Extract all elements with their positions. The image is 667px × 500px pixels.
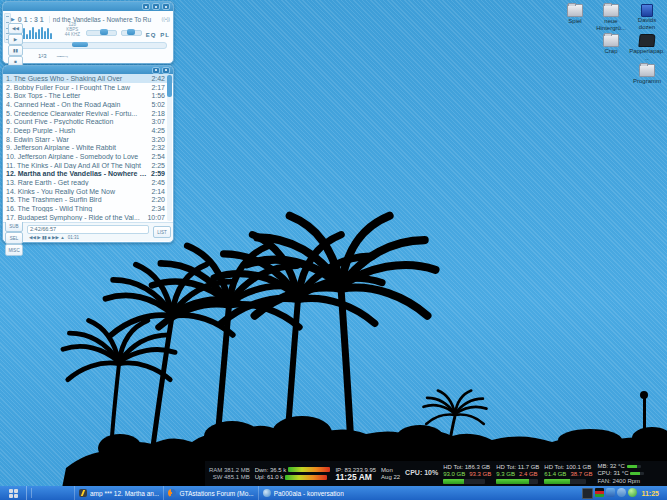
track-duration: 2:17 bbox=[151, 84, 165, 91]
playlist-track-row[interactable]: 1. The Guess Who - Shaking All Over 2:42 bbox=[3, 74, 173, 83]
track-title: 10. Jefferson Airplane - Somebody to Lov… bbox=[6, 153, 147, 160]
ram-usage: RAM 381.2 MB bbox=[209, 467, 250, 474]
playlist-menu-button[interactable]: SEL bbox=[5, 232, 23, 244]
playlist-track-row[interactable]: 11. The Kinks - All Day And All Of The N… bbox=[3, 161, 173, 170]
playlist-track-row[interactable]: 5. Creedence Clearwater Revival - Fortu.… bbox=[3, 109, 173, 118]
desktop-icon-glyph bbox=[603, 4, 619, 17]
start-menu-icon bbox=[9, 489, 18, 498]
playlist-track-row[interactable]: 8. Edwin Starr - War 3:20 bbox=[3, 135, 173, 144]
playlist-scrollbar[interactable] bbox=[167, 75, 172, 221]
cpu-temp-meter bbox=[630, 472, 644, 475]
desktop-icon[interactable]: Spiel bbox=[558, 4, 592, 33]
globe-icon[interactable] bbox=[628, 488, 637, 497]
playlist-time-display: 2:42/66:57 bbox=[27, 225, 149, 234]
spectrum-bar bbox=[32, 27, 34, 39]
start-button[interactable] bbox=[0, 486, 27, 500]
seek-bar[interactable] bbox=[9, 42, 167, 49]
playlist-menu-button[interactable]: MISC bbox=[5, 244, 23, 256]
swap-usage: SW 485.1 MB bbox=[209, 474, 250, 481]
disk-total: HD Tot: 100.1 GB bbox=[544, 464, 592, 471]
spectrum-bar bbox=[44, 31, 46, 39]
previous-button[interactable]: ◀◀ bbox=[8, 23, 23, 34]
playlist-track-row[interactable]: 14. Kinks - You Really Got Me Now 2:14 bbox=[3, 187, 173, 196]
desktop-icons: Spiel neue Hintergrü... Davids dozen Cra… bbox=[558, 4, 664, 93]
track-duration: 5:02 bbox=[151, 101, 165, 108]
flag-icon[interactable] bbox=[595, 488, 604, 497]
desktop-icon-glyph bbox=[603, 34, 619, 47]
pause-button[interactable]: ▮▮ bbox=[8, 45, 23, 56]
shade-button[interactable] bbox=[152, 67, 160, 74]
kmix-icon[interactable] bbox=[617, 488, 626, 497]
playlist-track-row[interactable]: 13. Rare Earth - Get ready 2:45 bbox=[3, 178, 173, 187]
task-title: GTAstations Forum (Mo... bbox=[179, 490, 253, 497]
firefox-icon bbox=[168, 489, 176, 497]
tray-clock[interactable]: 11:25 bbox=[639, 490, 663, 497]
playlist-track-row[interactable]: 12. Martha and the Vandellas - Nowhere T… bbox=[3, 170, 173, 179]
list-button[interactable]: LIST bbox=[153, 226, 171, 238]
playlist-track-row[interactable]: 6. Count Five - Psychotic Reaction 3:07 bbox=[3, 117, 173, 126]
desktop-icon[interactable]: Programm bbox=[630, 64, 664, 93]
track-duration: 2:20 bbox=[151, 196, 165, 203]
cpu-temp: CPU: 31 °C bbox=[597, 470, 628, 476]
repeat-toggle[interactable]: ──→ bbox=[57, 53, 69, 59]
taskbar-task[interactable]: GTAstations Forum (Mo... bbox=[163, 486, 257, 500]
desktop-icon-label: neue Hintergrü... bbox=[594, 18, 628, 31]
playlist-track-row[interactable]: 7. Deep Purple - Hush 4:25 bbox=[3, 126, 173, 135]
balance-slider[interactable] bbox=[121, 30, 142, 36]
disk-meter bbox=[544, 479, 586, 484]
desktop-icon[interactable]: Papperlapap... bbox=[630, 34, 664, 63]
disk-free: 2.4 GB bbox=[519, 471, 538, 478]
winamp-icon bbox=[79, 489, 87, 497]
playlist-footer: FILESUBSELMISC 2:42/66:57 ◀◀ ▶ ▮▮ ■ ▶▶ ▲… bbox=[3, 222, 173, 241]
taskbar-task[interactable]: Pa000ala - konversation bbox=[258, 486, 348, 500]
disk-usage-panel: HD Tot: 100.1 GB 61.4 GB 38.7 GB bbox=[544, 464, 592, 484]
minimize-button[interactable] bbox=[142, 3, 150, 10]
taskbar-divider bbox=[31, 488, 32, 498]
desktop-icon[interactable]: Davids dozen bbox=[630, 4, 664, 33]
playlist-track-row[interactable]: 9. Jefferson Airplane - White Rabbit 2:3… bbox=[3, 144, 173, 153]
playlist-titlebar[interactable] bbox=[3, 66, 173, 74]
desktop-icon-label: Papperlapap... bbox=[629, 48, 665, 61]
pl-button[interactable]: PL bbox=[160, 32, 170, 39]
disk-used: 61.4 GB bbox=[544, 471, 566, 478]
desktop-icon-glyph bbox=[638, 34, 655, 47]
bitrate-label: 128 KBPS 44 KHZ bbox=[62, 22, 82, 39]
elapsed-time[interactable]: 01:31 bbox=[18, 16, 46, 23]
taskbar-task[interactable]: amp *** 12. Martha an... bbox=[74, 486, 163, 500]
volume-slider[interactable] bbox=[86, 30, 116, 36]
playlist-tracks: 1. The Guess Who - Shaking All Over 2:42… bbox=[3, 74, 173, 222]
track-title: 3. Box Tops - The Letter bbox=[6, 92, 147, 99]
playlist-track-row[interactable]: 16. The Troggs - Wild Thing 2:34 bbox=[3, 204, 173, 213]
playlist-track-row[interactable]: 2. Bobby Fuller Four - I Fought The Law … bbox=[3, 83, 173, 92]
mini-transport[interactable]: ◀◀ ▶ ▮▮ ■ ▶▶ ▲ bbox=[29, 235, 65, 240]
desktop-icon[interactable]: Crap bbox=[594, 34, 628, 63]
playlist-track-row[interactable]: 10. Jefferson Airplane - Somebody to Lov… bbox=[3, 152, 173, 161]
shuffle-toggle[interactable]: 1²3 bbox=[38, 53, 47, 59]
track-duration: 2:32 bbox=[151, 144, 165, 151]
track-duration: 1:56 bbox=[151, 92, 165, 99]
player-titlebar[interactable] bbox=[3, 2, 173, 11]
klipper-icon[interactable] bbox=[606, 488, 615, 497]
spectrum-bar bbox=[35, 32, 37, 39]
track-duration: 4:25 bbox=[151, 127, 165, 134]
play-button[interactable]: ▶ bbox=[8, 34, 23, 45]
desktop-icon[interactable]: neue Hintergrü... bbox=[594, 4, 628, 33]
playlist-track-row[interactable]: 17. Budapest Symphony - Ride of the Val.… bbox=[3, 213, 173, 222]
upload-rate: Upl: 61.0 k bbox=[255, 474, 284, 481]
close-icon[interactable] bbox=[162, 67, 170, 74]
track-title: 2. Bobby Fuller Four - I Fought The Law bbox=[6, 84, 147, 91]
track-title: 7. Deep Purple - Hush bbox=[6, 127, 147, 134]
date: Aug 22 bbox=[381, 474, 400, 481]
shade-button[interactable] bbox=[152, 3, 160, 10]
track-duration: 2:59 bbox=[151, 170, 165, 177]
mb-temp: MB: 32 °C bbox=[597, 463, 624, 469]
mb-temp-meter bbox=[627, 465, 641, 468]
screen-icon[interactable] bbox=[582, 488, 593, 499]
eq-button[interactable]: EQ bbox=[146, 32, 157, 39]
spectrum-bar bbox=[38, 29, 40, 39]
close-button[interactable] bbox=[162, 3, 170, 10]
playlist-track-row[interactable]: 4. Canned Heat - On the Road Again 5:02 bbox=[3, 100, 173, 109]
playlist-track-row[interactable]: 15. The Trashmen - Surfin Bird 2:20 bbox=[3, 196, 173, 205]
playlist-track-row[interactable]: 3. Box Tops - The Letter 1:56 bbox=[3, 91, 173, 100]
track-duration: 10:07 bbox=[147, 214, 165, 221]
